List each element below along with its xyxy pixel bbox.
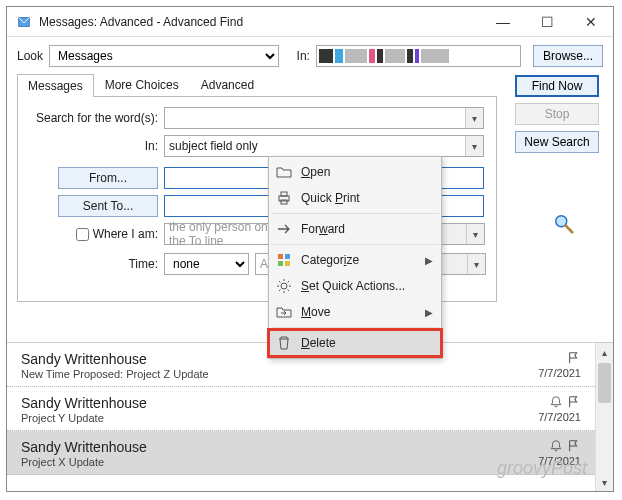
- move-icon: [275, 303, 293, 321]
- menu-label: Quick: [301, 191, 335, 205]
- time-select[interactable]: none: [164, 253, 249, 275]
- bell-icon[interactable]: [549, 395, 563, 409]
- gear-icon: [275, 277, 293, 295]
- menu-open[interactable]: Open: [269, 159, 441, 185]
- result-row[interactable]: Sandy Writtenhouse Project X Update 7/7/…: [7, 431, 595, 475]
- flag-icon[interactable]: [567, 351, 581, 365]
- search-words-label: Search for the word(s):: [28, 111, 158, 125]
- menu-quick-print[interactable]: Quick Print: [269, 185, 441, 211]
- result-date: 7/7/2021: [538, 455, 581, 467]
- open-icon: [275, 163, 293, 181]
- close-button[interactable]: ✕: [569, 7, 613, 37]
- svg-point-10: [281, 283, 287, 289]
- app-icon: [17, 15, 31, 29]
- menu-separator: [271, 327, 439, 328]
- results-list: Sandy Writtenhouse New Time Proposed: Pr…: [7, 342, 613, 491]
- menu-forward[interactable]: Forward: [269, 216, 441, 242]
- print-icon: [275, 189, 293, 207]
- submenu-arrow-icon: ▶: [425, 307, 433, 318]
- in-label: In:: [297, 49, 310, 63]
- minimize-button[interactable]: —: [481, 7, 525, 37]
- scrollbar[interactable]: ▴ ▾: [595, 343, 613, 491]
- flag-icon[interactable]: [567, 439, 581, 453]
- tab-more-choices[interactable]: More Choices: [94, 73, 190, 96]
- where-i-am-checkbox[interactable]: Where I am:: [28, 227, 158, 241]
- search-in-select[interactable]: subject field only ▾: [164, 135, 484, 157]
- bell-icon[interactable]: [549, 439, 563, 453]
- svg-rect-8: [278, 261, 283, 266]
- new-search-button[interactable]: New Search: [515, 131, 599, 153]
- in-folder-field[interactable]: [316, 45, 521, 67]
- result-sender: Sandy Writtenhouse: [21, 395, 538, 411]
- flag-icon[interactable]: [567, 395, 581, 409]
- menu-delete[interactable]: Delete: [269, 330, 441, 356]
- result-subject: New Time Proposed: Project Z Update: [21, 368, 538, 380]
- menu-separator: [271, 213, 439, 214]
- svg-rect-7: [285, 254, 290, 259]
- categorize-icon: [275, 251, 293, 269]
- advanced-find-window: Messages: Advanced - Advanced Find — ☐ ✕…: [6, 6, 614, 492]
- tabstrip: Messages More Choices Advanced: [17, 73, 497, 97]
- result-subject: Project Y Update: [21, 412, 538, 424]
- svg-rect-9: [285, 261, 290, 266]
- submenu-arrow-icon: ▶: [425, 255, 433, 266]
- result-subject: Project X Update: [21, 456, 538, 468]
- search-words-input[interactable]: ▾: [164, 107, 484, 129]
- titlebar: Messages: Advanced - Advanced Find — ☐ ✕: [7, 7, 613, 37]
- result-sender: Sandy Writtenhouse: [21, 439, 538, 455]
- tab-messages[interactable]: Messages: [17, 74, 94, 97]
- delete-icon: [275, 334, 293, 352]
- from-button[interactable]: From...: [58, 167, 158, 189]
- menu-categorize[interactable]: Categorize ▶: [269, 247, 441, 273]
- scroll-down[interactable]: ▾: [596, 473, 613, 491]
- search-in-label: In:: [28, 139, 158, 153]
- context-menu: Open Quick Print Forward Categorize ▶ Se…: [268, 156, 442, 359]
- time-label: Time:: [28, 257, 158, 271]
- result-date: 7/7/2021: [538, 411, 581, 423]
- magnifier-icon: [553, 213, 575, 238]
- menu-set-quick-actions[interactable]: Set Quick Actions...: [269, 273, 441, 299]
- menu-move[interactable]: Move ▶: [269, 299, 441, 325]
- look-row: Look Messages In: Browse...: [7, 37, 613, 71]
- look-select[interactable]: Messages: [49, 45, 279, 67]
- result-date: 7/7/2021: [538, 367, 581, 379]
- result-row[interactable]: Sandy Writtenhouse Project Y Update 7/7/…: [7, 387, 595, 431]
- sent-to-button[interactable]: Sent To...: [58, 195, 158, 217]
- stop-button: Stop: [515, 103, 599, 125]
- maximize-button[interactable]: ☐: [525, 7, 569, 37]
- forward-icon: [275, 220, 293, 238]
- side-buttons: Find Now Stop New Search: [515, 75, 599, 153]
- menu-separator: [271, 244, 439, 245]
- scroll-up[interactable]: ▴: [596, 343, 613, 361]
- browse-button[interactable]: Browse...: [533, 45, 603, 67]
- svg-rect-6: [278, 254, 283, 259]
- find-now-button[interactable]: Find Now: [515, 75, 599, 97]
- window-title: Messages: Advanced - Advanced Find: [39, 15, 481, 29]
- look-label: Look: [17, 49, 43, 63]
- scroll-thumb[interactable]: [598, 363, 611, 403]
- svg-line-2: [566, 226, 572, 232]
- svg-rect-4: [281, 192, 287, 196]
- tab-advanced[interactable]: Advanced: [190, 73, 265, 96]
- menu-label: pen: [310, 165, 330, 179]
